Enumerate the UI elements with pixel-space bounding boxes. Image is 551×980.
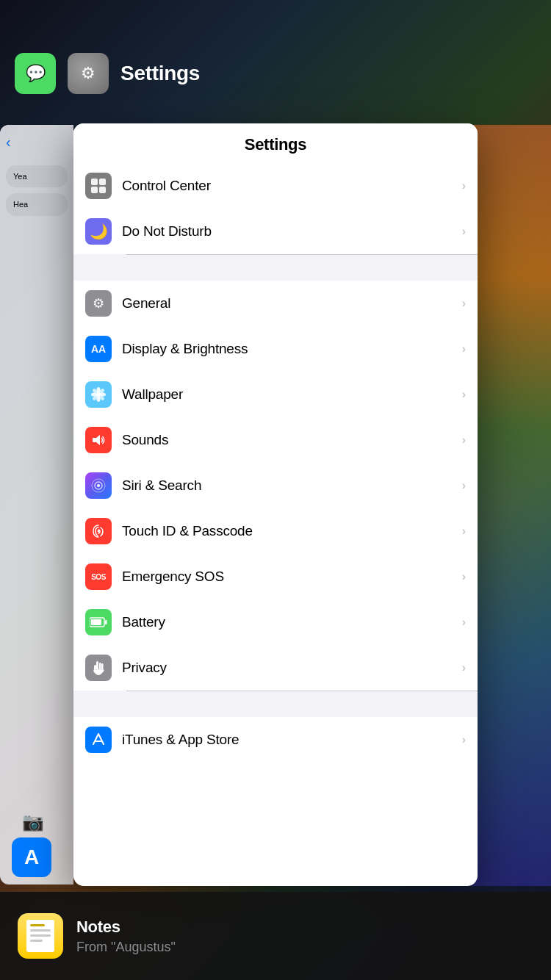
control-center-icon (85, 173, 112, 199)
settings-title-bar: Settings (73, 123, 478, 163)
message-bubble-2: Hea (6, 193, 68, 215)
sos-text-icon: SOS (91, 573, 106, 581)
camera-icon: 📷 (15, 804, 51, 840)
fingerprint-icon (90, 523, 107, 539)
general-chevron: › (462, 297, 466, 310)
messages-app-icon[interactable]: 💬 (15, 53, 56, 94)
svg-point-13 (97, 484, 100, 487)
siri-search-chevron: › (462, 479, 466, 492)
display-brightness-label: Display & Brightness (122, 341, 462, 357)
messages-icon: 💬 (26, 64, 46, 83)
control-center-label: Control Center (122, 178, 462, 194)
settings-row-do-not-disturb[interactable]: 🌙 Do Not Disturb › (73, 209, 478, 254)
notes-line-1 (30, 924, 45, 926)
message-bubble-1: Yea (6, 165, 68, 187)
speaker-icon (90, 432, 107, 448)
siri-icon (85, 472, 112, 499)
app-store-row-icon (85, 727, 112, 753)
wallpaper-icon (85, 381, 112, 408)
settings-row-sounds[interactable]: Sounds › (73, 417, 478, 463)
settings-gear-icon: ⚙ (81, 64, 96, 83)
sounds-label: Sounds (122, 432, 462, 448)
settings-row-general[interactable]: ⚙ General › (73, 281, 478, 326)
battery-shape-icon (90, 617, 107, 627)
notes-line-3 (30, 934, 51, 937)
bottom-notification-bar[interactable]: Notes From "Augustus" (0, 892, 551, 980)
notes-notification-title: Notes (76, 918, 176, 937)
messages-preview-panel: ‹ Yea Hea 📷 (0, 125, 73, 884)
top-bar-title: Settings (120, 62, 200, 85)
settings-row-display-brightness[interactable]: AA Display & Brightness › (73, 326, 478, 372)
touch-id-label: Touch ID & Passcode (122, 523, 462, 539)
app-store-dock-icon[interactable]: A (12, 837, 51, 877)
svg-rect-21 (94, 665, 96, 670)
privacy-icon (85, 655, 112, 681)
privacy-chevron: › (462, 661, 466, 674)
itunes-app-store-chevron: › (462, 733, 466, 746)
bottom-notification-text: Notes From "Augustus" (76, 918, 176, 955)
do-not-disturb-chevron: › (462, 225, 466, 238)
svg-rect-16 (91, 619, 101, 625)
gear-icon: ⚙ (93, 295, 104, 311)
settings-row-wallpaper[interactable]: Wallpaper › (73, 372, 478, 417)
sounds-chevron: › (462, 433, 466, 447)
settings-row-touch-id[interactable]: Touch ID & Passcode › (73, 508, 478, 554)
display-brightness-chevron: › (462, 342, 466, 356)
do-not-disturb-label: Do Not Disturb (122, 223, 462, 239)
touch-id-icon (85, 518, 112, 544)
svg-marker-10 (96, 435, 100, 445)
messages-header: ‹ (0, 125, 73, 159)
svg-rect-9 (93, 438, 96, 442)
settings-row-privacy[interactable]: Privacy › (73, 645, 478, 691)
emergency-sos-icon: SOS (85, 563, 112, 590)
app-store-icon: A (24, 846, 39, 869)
section-divider-1 (73, 254, 478, 281)
general-icon: ⚙ (85, 290, 112, 317)
notes-icon-paper (26, 920, 54, 952)
emergency-sos-chevron: › (462, 570, 466, 583)
do-not-disturb-icon: 🌙 (85, 218, 112, 245)
battery-chevron: › (462, 616, 466, 629)
back-arrow-icon: ‹ (6, 134, 11, 151)
svg-point-14 (98, 530, 100, 533)
right-bg-panel (470, 125, 551, 886)
touch-id-chevron: › (462, 525, 466, 538)
notes-app-icon (18, 913, 63, 959)
privacy-label: Privacy (122, 660, 462, 676)
wallpaper-label: Wallpaper (122, 386, 462, 403)
siri-search-label: Siri & Search (122, 478, 462, 494)
section-divider-2 (73, 691, 478, 717)
battery-icon (85, 609, 112, 635)
settings-list: Control Center › 🌙 Do Not Disturb › ⚙ Ge… (73, 163, 478, 883)
control-center-chevron: › (462, 179, 466, 192)
aa-icon: AA (91, 343, 106, 355)
app-store-letter-icon (90, 732, 107, 748)
siri-waveform-icon (90, 478, 107, 494)
settings-row-siri-search[interactable]: Siri & Search › (73, 463, 478, 508)
settings-row-itunes-app-store[interactable]: iTunes & App Store › (73, 717, 478, 763)
settings-panel-title: Settings (245, 135, 306, 154)
notes-line-4 (30, 940, 43, 942)
hand-icon (91, 660, 106, 676)
sounds-icon (85, 427, 112, 453)
display-brightness-icon: AA (85, 336, 112, 362)
battery-label: Battery (122, 614, 462, 630)
settings-row-control-center[interactable]: Control Center › (73, 163, 478, 209)
moon-icon: 🌙 (90, 223, 108, 240)
svg-rect-18 (96, 661, 98, 670)
itunes-app-store-label: iTunes & App Store (122, 732, 462, 748)
wallpaper-chevron: › (462, 388, 466, 401)
wallpaper-flower-icon (90, 386, 107, 403)
general-label: General (122, 295, 462, 311)
notes-notification-subtitle: From "Augustus" (76, 940, 176, 955)
notes-line-2 (30, 929, 51, 932)
settings-row-emergency-sos[interactable]: SOS Emergency SOS › (73, 554, 478, 599)
settings-row-battery[interactable]: Battery › (73, 599, 478, 645)
svg-rect-20 (101, 663, 104, 670)
svg-rect-17 (105, 620, 107, 624)
top-bar: 💬 ⚙ Settings (0, 0, 551, 118)
settings-panel: Settings Control Center › 🌙 Do Not Distu… (73, 123, 478, 886)
emergency-sos-label: Emergency SOS (122, 569, 462, 585)
settings-app-icon[interactable]: ⚙ (68, 53, 109, 94)
